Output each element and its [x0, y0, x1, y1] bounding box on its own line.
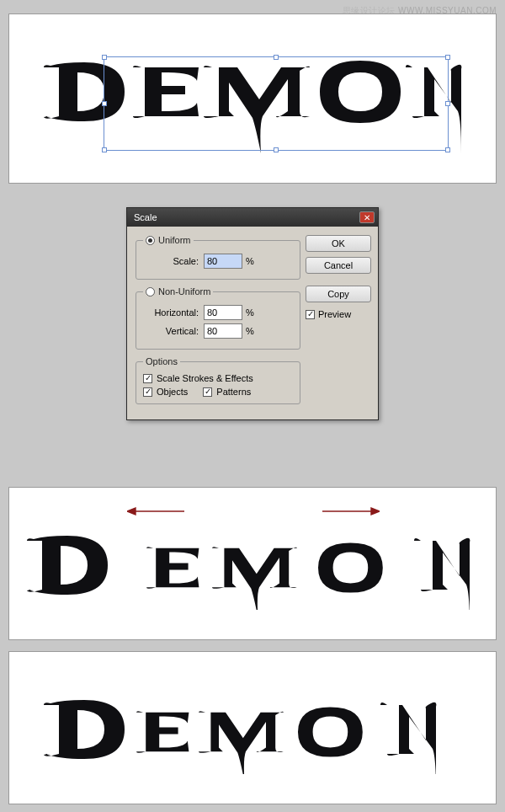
h-pct: %	[246, 307, 254, 318]
artboard-1	[8, 13, 497, 184]
artboard-2	[8, 487, 497, 640]
cancel-button[interactable]: Cancel	[306, 257, 371, 274]
handle-mr[interactable]	[445, 101, 450, 106]
horizontal-label: Horizontal:	[143, 307, 199, 318]
objects-checkbox[interactable]	[143, 387, 152, 397]
options-legend: Options	[143, 356, 180, 366]
handle-tl[interactable]	[102, 55, 107, 60]
preview-checkbox[interactable]	[306, 310, 315, 319]
nonuniform-group: Non-Uniform Horizontal: % Vertical: %	[136, 286, 300, 350]
arrow-left-icon	[127, 506, 186, 516]
ok-button[interactable]: OK	[306, 235, 371, 252]
copy-button[interactable]: Copy	[306, 286, 371, 302]
svg-marker-1	[127, 508, 136, 515]
close-icon[interactable]: ✕	[359, 211, 375, 223]
handle-br[interactable]	[445, 147, 450, 152]
demon-artwork-2[interactable]	[25, 517, 480, 610]
vertical-label: Vertical:	[143, 326, 199, 336]
uniform-legend: Uniform	[158, 235, 191, 245]
scale-strokes-checkbox[interactable]	[143, 374, 152, 383]
artboard-3	[8, 651, 497, 804]
preview-label: Preview	[318, 309, 351, 319]
selection-bounding-box[interactable]	[104, 56, 449, 151]
uniform-group: Uniform Scale: %	[136, 235, 300, 280]
nonuniform-legend: Non-Uniform	[158, 286, 210, 296]
scale-input[interactable]	[204, 254, 242, 269]
svg-marker-3	[371, 508, 380, 515]
scale-pct: %	[246, 256, 254, 266]
vertical-input[interactable]	[204, 323, 242, 339]
dialog-title: Scale	[134, 212, 157, 222]
uniform-radio[interactable]	[146, 236, 155, 245]
dialog-titlebar[interactable]: Scale ✕	[127, 208, 378, 227]
handle-tr[interactable]	[445, 55, 450, 60]
handle-tm[interactable]	[274, 55, 279, 60]
scale-label: Scale:	[143, 256, 199, 266]
scale-dialog: Scale ✕ Uniform Scale: % Non-Uniform	[126, 207, 379, 420]
scale-strokes-label: Scale Strokes & Effects	[157, 373, 253, 383]
objects-label: Objects	[157, 387, 188, 397]
patterns-label: Patterns	[216, 387, 251, 397]
handle-bm[interactable]	[274, 147, 279, 152]
handle-bl[interactable]	[102, 147, 107, 152]
patterns-checkbox[interactable]	[203, 387, 212, 397]
nonuniform-radio[interactable]	[146, 287, 155, 296]
v-pct: %	[246, 326, 254, 336]
horizontal-input[interactable]	[204, 305, 242, 320]
handle-ml[interactable]	[102, 101, 107, 106]
arrow-right-icon	[321, 506, 380, 516]
demon-artwork-3[interactable]	[42, 681, 463, 774]
options-group: Options Scale Strokes & Effects Objects	[136, 356, 300, 404]
